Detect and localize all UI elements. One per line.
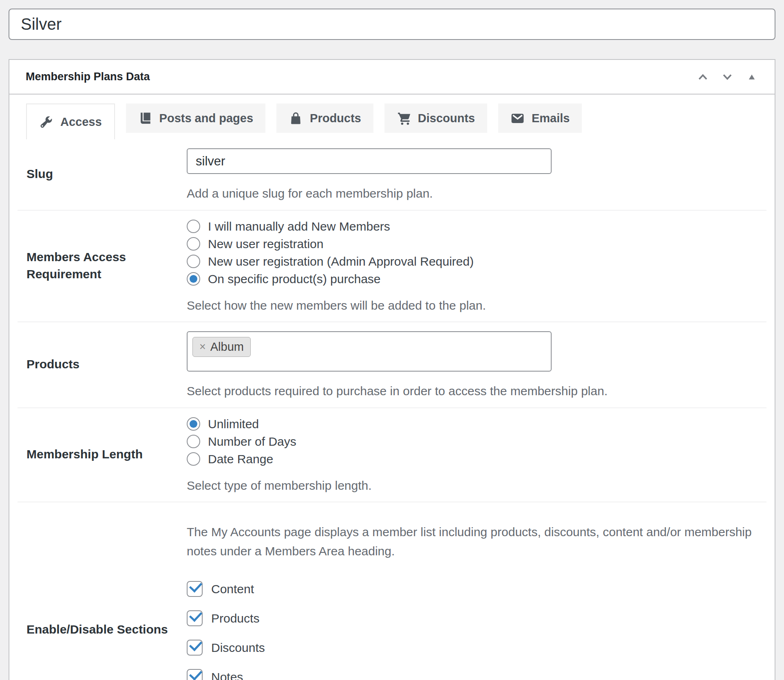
selected-product-tag: × Album [192,337,251,357]
page-wrap: Membership Plans Data Access Post [0,0,784,680]
triangle-up-icon [747,72,757,82]
chevron-up-icon [697,71,709,83]
members-access-label: Members Access Requirement [18,217,187,315]
membership-length-help: Select type of membership length. [187,477,766,495]
radio-option-product-purchase[interactable]: On specific product(s) purchase [187,272,766,286]
members-access-row: Members Access Requirement I will manual… [18,211,766,323]
products-row: Products × Album Select products require… [18,322,766,408]
metabox-handle-actions [691,65,764,89]
checkbox-label: Content [211,582,254,596]
slug-label: Slug [18,146,187,202]
wrench-icon [39,115,53,129]
checkbox-option-content[interactable]: Content [187,581,766,597]
checkbox-option-notes[interactable]: Notes [187,669,766,680]
radio-input[interactable] [187,452,200,466]
sections-row: Enable/Disable Sections The My Accounts … [18,502,766,680]
radio-option-manual-add[interactable]: I will manually add New Members [187,220,766,233]
radio-input[interactable] [187,237,200,251]
radio-input[interactable] [187,435,200,448]
checkbox-option-discounts[interactable]: Discounts [187,640,766,656]
radio-label: Number of Days [208,435,296,449]
radio-input[interactable] [187,417,200,431]
tab-label: Products [310,112,361,125]
tab-posts-and-pages[interactable]: Posts and pages [126,103,265,133]
checkbox-input[interactable] [187,669,203,680]
radio-input[interactable] [187,220,200,233]
radio-label: I will manually add New Members [208,220,390,233]
checkbox-label: Products [211,612,259,625]
checkbox-input[interactable] [187,640,203,656]
radio-input[interactable] [187,255,200,268]
tag-label: Album [210,340,244,354]
move-up-button[interactable] [691,65,715,89]
tab-label: Emails [532,112,570,125]
radio-label: Date Range [208,452,273,466]
radio-option-date-range[interactable]: Date Range [187,452,766,466]
checkbox-option-products[interactable]: Products [187,610,766,626]
tab-label: Access [60,115,102,129]
metabox-header: Membership Plans Data [9,60,775,95]
radio-option-number-of-days[interactable]: Number of Days [187,435,766,449]
products-multiselect[interactable]: × Album [187,331,552,372]
bag-icon [289,111,303,125]
toggle-panel-button[interactable] [740,65,764,89]
tab-emails[interactable]: Emails [498,103,582,133]
tab-access[interactable]: Access [26,103,115,139]
membership-plans-metabox: Membership Plans Data Access Post [9,59,775,680]
radio-input[interactable] [187,272,200,286]
radio-option-unlimited[interactable]: Unlimited [187,417,766,431]
chevron-down-icon [721,71,733,83]
tab-products[interactable]: Products [276,103,373,133]
checkbox-label: Discounts [211,641,265,655]
products-label: Products [18,329,187,400]
radio-label: New user registration [208,237,323,251]
metabox-title: Membership Plans Data [26,70,150,83]
remove-tag-icon[interactable]: × [199,341,206,352]
slug-input[interactable] [187,148,552,174]
checkbox-input[interactable] [187,610,203,626]
checkbox-input[interactable] [187,581,203,597]
radio-label: Unlimited [208,417,259,431]
plan-title-input[interactable] [9,9,775,40]
cart-icon [397,111,411,125]
radio-option-new-user-registration[interactable]: New user registration [187,237,766,251]
form-rows: Slug Add a unique slug for each membersh… [9,139,775,680]
book-icon [138,111,152,125]
checkbox-label: Notes [211,670,243,680]
tab-discounts[interactable]: Discounts [384,103,487,133]
tab-label: Posts and pages [159,112,253,125]
sections-description: The My Accounts page displays a member l… [187,523,766,561]
members-access-help: Select how the new members will be added… [187,297,766,315]
products-help: Select products required to purchase in … [187,382,766,400]
radio-label: On specific product(s) purchase [208,272,381,286]
email-icon [510,111,525,125]
metabox-tabs: Access Posts and pages Products Discount… [9,95,775,139]
sections-label: Enable/Disable Sections [18,509,187,680]
slug-row: Slug Add a unique slug for each membersh… [18,139,766,211]
slug-help: Add a unique slug for each membership pl… [187,185,766,202]
radio-option-admin-approval[interactable]: New user registration (Admin Approval Re… [187,255,766,268]
tab-label: Discounts [418,112,475,125]
radio-label: New user registration (Admin Approval Re… [208,255,474,268]
move-down-button[interactable] [715,65,740,89]
membership-length-label: Membership Length [18,415,187,495]
membership-length-row: Membership Length Unlimited Number of Da… [18,408,766,503]
